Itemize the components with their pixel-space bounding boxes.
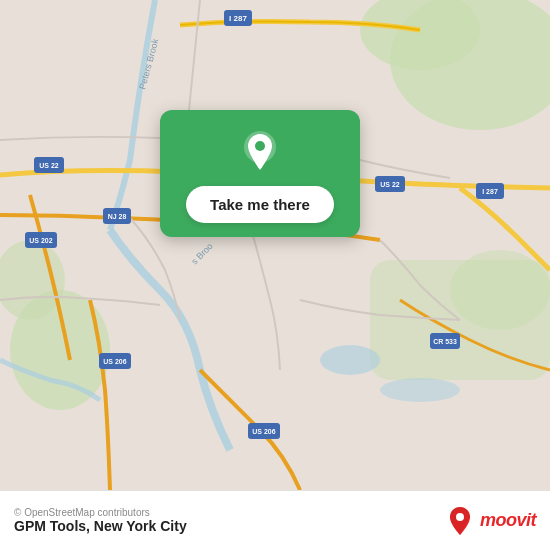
- svg-text:I 287: I 287: [229, 14, 247, 23]
- svg-text:US 206: US 206: [103, 358, 126, 365]
- location-pin-icon: [236, 128, 284, 176]
- attribution-text: © OpenStreetMap contributors: [14, 507, 187, 518]
- bottom-bar: © OpenStreetMap contributors GPM Tools, …: [0, 490, 550, 550]
- svg-point-30: [255, 141, 265, 151]
- svg-text:I 287: I 287: [482, 188, 498, 195]
- svg-point-31: [456, 513, 464, 521]
- svg-point-8: [380, 378, 460, 402]
- svg-text:NJ 28: NJ 28: [108, 213, 127, 220]
- moovit-brand-text: moovit: [480, 510, 536, 531]
- moovit-brand-icon: [444, 505, 476, 537]
- moovit-logo: moovit: [444, 505, 536, 537]
- svg-text:US 22: US 22: [380, 181, 400, 188]
- svg-text:US 202: US 202: [29, 237, 52, 244]
- app: I 287 US 22 US 22 NJ 28 US 202 I 287 US …: [0, 0, 550, 550]
- svg-text:US 22: US 22: [39, 162, 59, 169]
- bottom-left-info: © OpenStreetMap contributors GPM Tools, …: [14, 507, 187, 534]
- svg-text:US 206: US 206: [252, 428, 275, 435]
- svg-point-6: [450, 250, 550, 330]
- svg-text:CR 533: CR 533: [433, 338, 457, 345]
- take-me-there-button[interactable]: Take me there: [186, 186, 334, 223]
- place-name: GPM Tools, New York City: [14, 518, 187, 534]
- svg-point-7: [320, 345, 380, 375]
- popup-card: Take me there: [160, 110, 360, 237]
- map-container: I 287 US 22 US 22 NJ 28 US 202 I 287 US …: [0, 0, 550, 490]
